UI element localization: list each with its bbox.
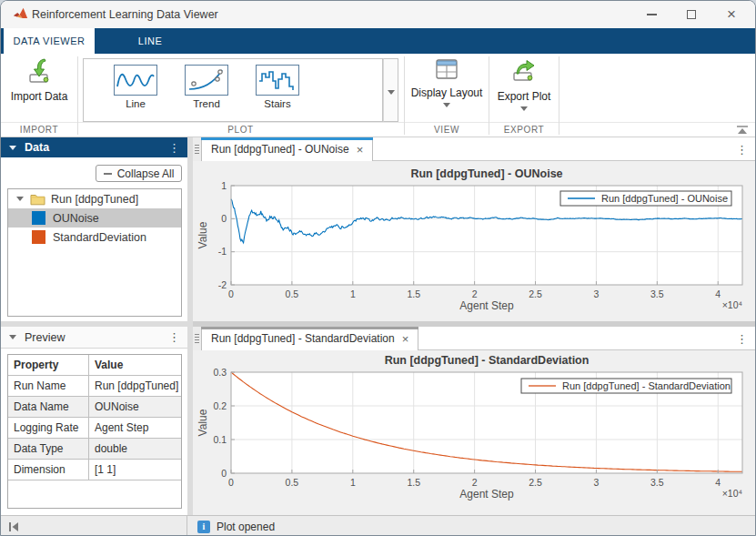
- svg-text:Value: Value: [197, 221, 209, 248]
- close-button[interactable]: ×: [711, 1, 751, 28]
- table-row: Data Name OUNoise: [8, 397, 181, 418]
- plot-area: Run [ddpgTuned] - OUNoise × ⋮ 00.511.522…: [193, 137, 756, 515]
- tree-item-ounoise-label: OUNoise: [53, 212, 99, 225]
- line-plot-icon: [114, 65, 157, 96]
- chevron-down-icon: [443, 103, 450, 107]
- status-bar-left: [1, 516, 187, 536]
- status-message-area: i Plot opened: [197, 516, 275, 536]
- doc-tab-ounoise-label: Run [ddpgTuned] - OUNoise: [211, 143, 349, 156]
- import-section-label: IMPORT: [6, 125, 72, 135]
- data-panel-title: Data: [25, 141, 49, 154]
- svg-text:0.3: 0.3: [213, 367, 227, 378]
- svg-text:Value: Value: [197, 409, 209, 436]
- export-icon: [509, 57, 539, 85]
- svg-text:0: 0: [221, 468, 227, 479]
- svg-text:×10⁴: ×10⁴: [722, 488, 742, 499]
- collapse-ribbon-icon[interactable]: [735, 125, 750, 136]
- ounoise-doc-tabbar: Run [ddpgTuned] - OUNoise × ⋮: [193, 137, 756, 161]
- browser-panel: Data ⋮ Collapse All Run [ddpgTuned] OUNo…: [1, 137, 187, 515]
- table-row: Data Type double: [8, 439, 181, 460]
- import-icon: [25, 57, 54, 85]
- svg-text:4: 4: [715, 288, 721, 299]
- svg-text:0: 0: [228, 477, 234, 488]
- tab-data-viewer[interactable]: DATA VIEWER: [4, 28, 95, 54]
- svg-text:×10⁴: ×10⁴: [722, 299, 742, 310]
- svg-text:3: 3: [594, 477, 600, 488]
- import-data-button[interactable]: Import Data: [6, 57, 72, 103]
- preview-table: Property Value Run Name Run [ddpgTuned] …: [7, 354, 182, 509]
- svg-text:1.5: 1.5: [407, 288, 420, 299]
- tree-item-standarddeviation[interactable]: StandardDeviation: [8, 228, 181, 247]
- preview-panel-header[interactable]: Preview ⋮: [1, 327, 187, 349]
- collapse-all-button[interactable]: Collapse All: [96, 165, 182, 182]
- gallery-item-line-label: Line: [100, 98, 171, 109]
- tab-line[interactable]: LINE: [95, 28, 206, 54]
- close-icon[interactable]: ×: [357, 143, 364, 157]
- collapse-sidebar-icon[interactable]: [8, 521, 20, 532]
- table-row: Logging Rate Agent Step: [8, 418, 181, 439]
- app-window: Reinforcement Learning Data Viewer × DAT…: [0, 0, 756, 536]
- data-panel-header[interactable]: Data ⋮: [1, 137, 187, 157]
- svg-text:1.5: 1.5: [407, 477, 420, 488]
- svg-text:1: 1: [350, 288, 356, 299]
- preview-table-header-row: Property Value: [8, 355, 181, 376]
- tree-expander-icon[interactable]: [16, 197, 24, 201]
- collapse-all-label: Collapse All: [117, 167, 175, 180]
- svg-text:-1: -1: [218, 246, 227, 257]
- kebab-menu-icon[interactable]: ⋮: [736, 143, 748, 157]
- gallery-item-trend[interactable]: Trend: [171, 59, 242, 121]
- collapse-panel-icon: [9, 335, 16, 339]
- doc-tab-standarddeviation[interactable]: Run [ddpgTuned] - StandardDeviation ×: [201, 327, 418, 350]
- matlab-logo-icon: [13, 6, 29, 21]
- svg-text:0.1: 0.1: [213, 434, 227, 445]
- svg-text:0: 0: [228, 288, 234, 299]
- value-column-header: Value: [89, 355, 181, 375]
- gallery-item-stairs-label: Stairs: [242, 98, 313, 109]
- svg-text:4: 4: [715, 477, 721, 488]
- info-icon: i: [197, 521, 210, 533]
- svg-text:Run [ddpgTuned] - StandardDevi: Run [ddpgTuned] - StandardDeviation: [385, 354, 590, 367]
- table-row: Run Name Run [ddpgTuned]: [8, 376, 181, 397]
- status-bar: i Plot opened: [1, 515, 755, 536]
- title-bar: Reinforcement Learning Data Viewer ×: [1, 1, 755, 28]
- svg-text:2.5: 2.5: [529, 288, 542, 299]
- kebab-menu-icon[interactable]: ⋮: [168, 331, 180, 343]
- stairs-plot-icon: [256, 65, 299, 96]
- ounoise-color-swatch: [32, 211, 45, 225]
- tree-item-ounoise[interactable]: OUNoise: [8, 208, 181, 228]
- gallery-item-trend-label: Trend: [171, 98, 242, 109]
- maximize-button[interactable]: [671, 1, 711, 28]
- gallery-item-line[interactable]: Line: [100, 59, 171, 121]
- close-icon[interactable]: ×: [402, 332, 409, 346]
- svg-text:Run [ddpgTuned] - StandardDevi: Run [ddpgTuned] - StandardDeviation: [562, 380, 731, 391]
- svg-text:Agent Step: Agent Step: [459, 488, 514, 501]
- data-tree: Run [ddpgTuned] OUNoise StandardDeviatio…: [7, 188, 182, 317]
- plot-section-label: PLOT: [83, 125, 398, 135]
- svg-text:2: 2: [472, 477, 478, 488]
- gallery-dropdown-button[interactable]: [383, 58, 398, 122]
- export-plot-button[interactable]: Export Plot: [492, 57, 556, 111]
- ounoise-chart: 00.511.522.533.54-2-101Run [ddpgTuned] -…: [193, 161, 756, 321]
- plot-gallery: Line Trend Stairs: [83, 58, 383, 122]
- display-layout-button[interactable]: Display Layout: [408, 57, 486, 107]
- status-message: Plot opened: [217, 521, 275, 533]
- doc-tab-ounoise[interactable]: Run [ddpgTuned] - OUNoise ×: [201, 137, 373, 161]
- display-layout-icon: [434, 57, 459, 81]
- view-section-label: VIEW: [408, 125, 486, 135]
- gallery-item-stairs[interactable]: Stairs: [242, 59, 313, 121]
- collapse-all-icon: [104, 173, 112, 175]
- drag-grip-icon[interactable]: [193, 327, 201, 350]
- tree-item-run[interactable]: Run [ddpgTuned]: [8, 189, 181, 208]
- doc-tab-standarddeviation-label: Run [ddpgTuned] - StandardDeviation: [211, 332, 395, 345]
- svg-text:2.5: 2.5: [529, 477, 542, 488]
- display-layout-label: Display Layout: [408, 86, 486, 99]
- import-data-label: Import Data: [6, 90, 72, 103]
- svg-text:Agent Step: Agent Step: [459, 299, 514, 312]
- kebab-menu-icon[interactable]: ⋮: [736, 332, 748, 346]
- minimize-button[interactable]: [631, 1, 671, 28]
- chevron-down-icon: [520, 106, 528, 111]
- kebab-menu-icon[interactable]: ⋮: [168, 142, 180, 154]
- ribbon: Import Data IMPORT Line Trend: [1, 54, 755, 137]
- drag-grip-icon[interactable]: [193, 137, 201, 161]
- svg-text:0: 0: [221, 213, 227, 224]
